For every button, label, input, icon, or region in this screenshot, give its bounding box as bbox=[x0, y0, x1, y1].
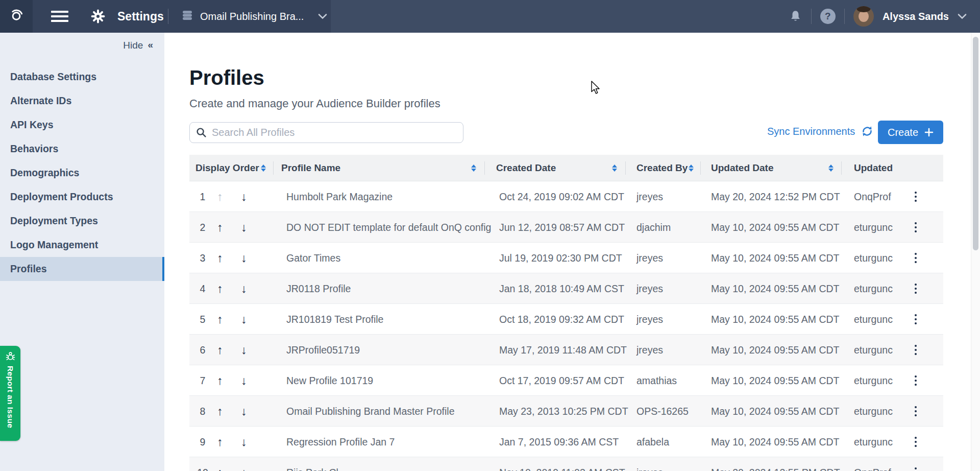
profile-name[interactable]: Regression Profile Jan 7 bbox=[286, 427, 395, 457]
page-subtitle: Create and manage your Audience Builder … bbox=[189, 97, 440, 110]
column-header-updated[interactable]: Updated bbox=[854, 155, 893, 181]
profile-name[interactable]: New Profile 101719 bbox=[286, 365, 373, 396]
search-box bbox=[189, 122, 463, 143]
scrollbar-thumb[interactable] bbox=[973, 37, 978, 250]
row-actions-kebab-icon[interactable] bbox=[908, 396, 923, 427]
updated-date: May 10, 2024 09:55 AM CDT bbox=[711, 243, 839, 273]
brand-selector[interactable]: Omail Publishing Bra... bbox=[182, 0, 327, 33]
updated-date: May 10, 2024 09:55 AM CDT bbox=[711, 273, 839, 304]
profile-name[interactable]: Omail Publishing Brand Master Profile bbox=[286, 396, 454, 427]
profile-name[interactable]: Humbolt Park Magazine bbox=[286, 181, 393, 212]
move-down-arrow-icon[interactable]: ↓ bbox=[237, 335, 251, 365]
updated-date: May 10, 2024 09:55 AM CDT bbox=[711, 396, 839, 427]
sort-arrows-icon[interactable] bbox=[689, 164, 694, 172]
row-actions-kebab-icon[interactable] bbox=[908, 181, 923, 212]
move-up-arrow-icon[interactable]: ↑ bbox=[213, 335, 227, 365]
profile-name[interactable]: JR101819 Test Profile bbox=[286, 304, 383, 335]
report-issue-button[interactable]: Report an Issue bbox=[0, 346, 20, 441]
app-logo[interactable] bbox=[0, 0, 33, 33]
row-actions-kebab-icon[interactable] bbox=[908, 365, 923, 396]
created-date: Jan 7, 2015 09:36 AM CST bbox=[499, 427, 619, 457]
move-up-arrow-icon[interactable]: ↑ bbox=[213, 427, 227, 457]
omeda-logo-icon bbox=[5, 4, 28, 29]
sync-environments-link[interactable]: Sync Environments bbox=[767, 125, 874, 137]
sort-arrows-icon[interactable] bbox=[828, 164, 834, 172]
sidebar-item-api-keys[interactable]: API Keys bbox=[0, 113, 164, 137]
header-column-divider bbox=[484, 161, 485, 175]
updated-date: May 10, 2024 09:55 AM CDT bbox=[711, 335, 839, 365]
row-actions-kebab-icon[interactable] bbox=[908, 212, 923, 243]
created-date: Jul 19, 2019 02:30 PM CDT bbox=[499, 243, 622, 273]
sidebar-item-demographics[interactable]: Demographics bbox=[0, 161, 164, 185]
profile-name[interactable]: JR0118 Profile bbox=[286, 273, 351, 304]
sidebar-item-alternate-ids[interactable]: Alternate IDs bbox=[0, 89, 164, 113]
menu-icon[interactable] bbox=[51, 0, 69, 33]
created-date: May 23, 2013 10:25 PM CDT bbox=[499, 396, 628, 427]
move-up-arrow-icon[interactable]: ↑ bbox=[213, 396, 227, 427]
created-by: jreyes bbox=[636, 304, 663, 335]
column-header-created-date[interactable]: Created Date bbox=[496, 155, 556, 181]
profile-name[interactable]: DO NOT EDIT template for default OnQ con… bbox=[286, 212, 491, 243]
created-date: Jan 18, 2018 10:49 AM CST bbox=[499, 273, 624, 304]
sidebar-item-deployment-products[interactable]: Deployment Products bbox=[0, 185, 164, 209]
table-header: Display OrderProfile NameCreated DateCre… bbox=[189, 155, 943, 181]
move-down-arrow-icon[interactable]: ↓ bbox=[237, 304, 251, 335]
move-up-arrow-icon[interactable]: ↑ bbox=[213, 365, 227, 396]
created-date: Oct 24, 2019 09:02 AM CDT bbox=[499, 181, 624, 212]
sort-arrows-icon[interactable] bbox=[612, 164, 617, 172]
created-by: afabela bbox=[636, 427, 669, 457]
column-header-display-order[interactable]: Display Order bbox=[195, 155, 259, 181]
move-up-arrow-icon[interactable]: ↑ bbox=[213, 304, 227, 335]
column-header-created-by[interactable]: Created By bbox=[636, 155, 688, 181]
profiles-table: Display OrderProfile NameCreated DateCre… bbox=[189, 155, 943, 471]
move-down-arrow-icon[interactable]: ↓ bbox=[237, 427, 251, 457]
sidebar-hide-button[interactable]: Hide « bbox=[123, 40, 153, 51]
move-up-arrow-icon[interactable]: ↑ bbox=[213, 181, 227, 212]
move-down-arrow-icon[interactable]: ↓ bbox=[237, 212, 251, 243]
move-down-arrow-icon[interactable]: ↓ bbox=[237, 181, 251, 212]
row-actions-kebab-icon[interactable] bbox=[908, 273, 923, 304]
plus-icon bbox=[924, 128, 934, 137]
column-header-updated-date[interactable]: Updated Date bbox=[711, 155, 773, 181]
sidebar-item-logo-management[interactable]: Logo Management bbox=[0, 233, 164, 257]
created-by: jreyes bbox=[636, 335, 663, 365]
created-by: OPS-16265 bbox=[636, 396, 689, 427]
page-title: Profiles bbox=[189, 66, 264, 89]
move-up-arrow-icon[interactable]: ↑ bbox=[213, 273, 227, 304]
move-up-arrow-icon[interactable]: ↑ bbox=[213, 457, 227, 471]
sort-arrows-icon[interactable] bbox=[261, 164, 266, 172]
notifications-bell-icon[interactable] bbox=[789, 9, 802, 24]
sidebar-item-profiles[interactable]: Profiles bbox=[0, 257, 164, 281]
move-down-arrow-icon[interactable]: ↓ bbox=[237, 243, 251, 273]
user-avatar[interactable] bbox=[853, 6, 874, 27]
move-down-arrow-icon[interactable]: ↓ bbox=[237, 396, 251, 427]
move-up-arrow-icon[interactable]: ↑ bbox=[213, 243, 227, 273]
header-column-divider bbox=[700, 161, 701, 175]
user-menu-chevron-icon[interactable] bbox=[958, 13, 967, 19]
move-down-arrow-icon[interactable]: ↓ bbox=[237, 457, 251, 471]
row-actions-kebab-icon[interactable] bbox=[908, 335, 923, 365]
sort-arrows-icon[interactable] bbox=[471, 164, 476, 172]
column-header-profile-name[interactable]: Profile Name bbox=[281, 155, 340, 181]
updated-date: May 20, 2024 12:55 PM CDT bbox=[711, 457, 840, 471]
search-input[interactable] bbox=[212, 127, 457, 138]
move-up-arrow-icon[interactable]: ↑ bbox=[213, 212, 227, 243]
profile-name[interactable]: Gator Times bbox=[286, 243, 340, 273]
profile-name[interactable]: Riis Park Cl bbox=[286, 457, 338, 471]
profile-name[interactable]: JRProfile051719 bbox=[286, 335, 360, 365]
help-icon[interactable]: ? bbox=[820, 9, 836, 24]
sidebar-item-deployment-types[interactable]: Deployment Types bbox=[0, 209, 164, 233]
created-date: Nov 10, 2019 11:03 AM CST bbox=[499, 457, 625, 471]
move-down-arrow-icon[interactable]: ↓ bbox=[237, 365, 251, 396]
row-actions-kebab-icon[interactable] bbox=[908, 304, 923, 335]
vertical-scrollbar[interactable] bbox=[971, 33, 980, 471]
row-actions-kebab-icon[interactable] bbox=[908, 457, 923, 471]
create-button[interactable]: Create bbox=[878, 121, 943, 144]
move-down-arrow-icon[interactable]: ↓ bbox=[237, 273, 251, 304]
sidebar-item-database-settings[interactable]: Database Settings bbox=[0, 65, 164, 89]
row-actions-kebab-icon[interactable] bbox=[908, 243, 923, 273]
created-by: djachim bbox=[636, 212, 671, 243]
created-date: May 17, 2019 11:48 AM CDT bbox=[499, 335, 627, 365]
row-actions-kebab-icon[interactable] bbox=[908, 427, 923, 457]
sidebar-item-behaviors[interactable]: Behaviors bbox=[0, 137, 164, 161]
